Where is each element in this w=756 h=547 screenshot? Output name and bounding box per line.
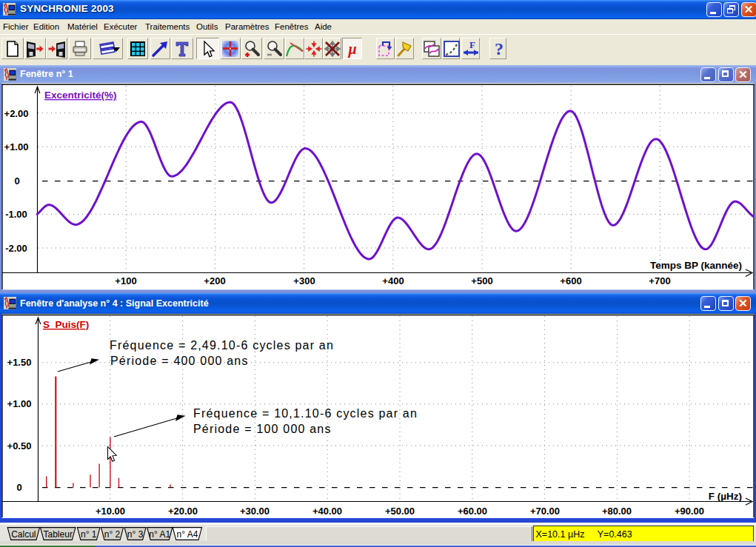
svg-text:+1.50: +1.50 [7,357,32,368]
svg-text:n° 1: n° 1 [81,529,97,540]
svg-text:+20.00: +20.00 [168,506,198,517]
svg-text:0: 0 [14,175,19,187]
svg-text:F: F [469,40,475,50]
svg-text:+300: +300 [293,275,315,286]
svg-text:0: 0 [16,482,21,493]
svg-text:+70.00: +70.00 [530,506,560,517]
svg-text:-2.00: -2.00 [5,243,27,254]
svg-text:Calcul: Calcul [11,529,36,540]
svg-text:+2.00: +2.00 [4,108,29,119]
svg-text:n° A4: n° A4 [176,529,198,540]
svg-text:+1.00: +1.00 [7,398,32,409]
svg-text:Excentricité(%): Excentricité(%) [44,90,117,101]
svg-text:+10.00: +10.00 [96,506,125,517]
svg-text:+500: +500 [471,275,492,286]
svg-text:Tableur: Tableur [44,529,73,540]
svg-text:+100: +100 [115,275,136,286]
svg-text:+0.50: +0.50 [7,440,32,452]
svg-text:+700: +700 [649,275,670,286]
svg-text:+1.00: +1.00 [4,141,29,152]
svg-text:F (µHz): F (µHz) [709,491,742,502]
svg-text:n° 3: n° 3 [127,529,144,540]
svg-text:Fréquence = 10,1.10-6 cycles p: Fréquence = 10,1.10-6 cycles par an [193,407,418,420]
svg-text:+600: +600 [560,275,581,286]
svg-text:?: ? [495,40,504,58]
svg-text:-1.00: -1.00 [5,209,27,220]
svg-text:Période = 100 000 ans: Période = 100 000 ans [193,423,332,435]
svg-text:n° A1: n° A1 [149,529,170,540]
svg-text:+60.00: +60.00 [458,506,487,517]
svg-text:+90.00: +90.00 [675,506,704,517]
svg-text:+30.00: +30.00 [240,506,270,517]
svg-text:+80.00: +80.00 [602,506,632,517]
svg-text:S_Puis(F): S_Puis(F) [43,319,89,330]
svg-text:Fréquence = 2,49.10-6 cycles p: Fréquence = 2,49.10-6 cycles par an [110,339,334,352]
svg-text:+50.00: +50.00 [385,506,415,517]
svg-text:Temps BP (kannée): Temps BP (kannée) [650,260,742,271]
svg-text:µ: µ [347,41,357,58]
svg-text:+40.00: +40.00 [312,506,342,517]
svg-text:+200: +200 [204,275,225,286]
svg-text:Période = 400 000 ans: Période = 400 000 ans [110,355,249,367]
svg-text:+400: +400 [382,275,404,286]
svg-text:n° 2: n° 2 [104,529,121,540]
